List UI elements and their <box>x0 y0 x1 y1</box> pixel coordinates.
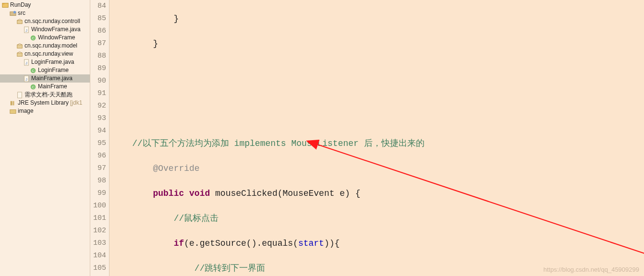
svg-rect-4 <box>17 20 23 24</box>
code-line[interactable]: //以下五个方法均为添加 implements MouseListener 后，… <box>109 137 644 150</box>
pkg-label: cn.sqc.runday.model <box>24 42 77 50</box>
package-icon <box>16 43 23 49</box>
svg-text:C: C <box>32 84 35 89</box>
file-label: WindowFrame.java <box>31 25 81 34</box>
svg-point-3 <box>13 11 16 13</box>
java-file-icon: J <box>23 26 30 33</box>
line-number: 92 <box>90 100 106 112</box>
library-icon <box>10 100 16 107</box>
line-number: 100 <box>90 200 106 212</box>
pkg-view[interactable]: cn.sqc.runday.view <box>0 50 90 58</box>
svg-text:J: J <box>25 77 27 81</box>
line-number: 102 <box>90 225 106 237</box>
java-file-icon: J <box>23 59 30 66</box>
svg-text:J: J <box>25 60 27 65</box>
line-number: 98 <box>90 175 106 187</box>
doc-label: 需求文档-天天酷跑 <box>24 91 73 99</box>
source-folder-icon <box>10 10 16 17</box>
code-line[interactable]: } <box>109 37 644 50</box>
src-label: src <box>18 9 25 17</box>
class-loginframe[interactable]: C LoginFrame <box>0 66 90 74</box>
code-editor[interactable]: } } //以下五个方法均为添加 implements MouseListene… <box>109 0 644 276</box>
code-line[interactable] <box>109 87 644 100</box>
line-number: 84 <box>90 0 106 12</box>
project-icon <box>2 2 9 9</box>
svg-rect-19 <box>18 92 22 97</box>
class-icon: C <box>30 35 36 41</box>
svg-text:J: J <box>25 28 27 32</box>
pkg-model[interactable]: cn.sqc.runday.model <box>0 42 90 50</box>
folder-label: image <box>18 107 34 115</box>
file-label: MainFrame.java <box>31 74 73 83</box>
class-icon: C <box>30 84 36 90</box>
code-line[interactable]: public void mouseClicked(MouseEvent e) { <box>109 187 644 200</box>
svg-text:C: C <box>32 36 35 40</box>
pkg-label: cn.sqc.runday.view <box>24 50 73 58</box>
line-number: 101 <box>90 212 106 225</box>
text-file-icon <box>16 92 23 98</box>
code-line[interactable]: } <box>109 12 644 25</box>
line-number: 94 <box>90 125 106 137</box>
pkg-label: cn.sqc.runday.controll <box>24 17 80 25</box>
line-number: 104 <box>90 250 106 262</box>
class-mainframe[interactable]: C MainFrame <box>0 83 90 91</box>
folder-icon <box>10 108 16 115</box>
code-line[interactable]: @Override <box>109 162 644 175</box>
class-windowframe[interactable]: C WindowFrame <box>0 34 90 42</box>
package-icon <box>16 51 23 58</box>
file-windowframe[interactable]: J WindowFrame.java <box>0 25 90 34</box>
svg-rect-10 <box>17 53 23 56</box>
line-number: 95 <box>90 137 106 150</box>
jre-label: JRE System Library <box>18 99 69 107</box>
class-icon: C <box>30 67 36 74</box>
svg-rect-9 <box>17 45 23 48</box>
line-number: 89 <box>90 62 106 75</box>
class-label: WindowFrame <box>38 34 75 42</box>
line-number: 97 <box>90 162 106 175</box>
package-explorer[interactable]: RunDay src cn.sqc.runday.controll J Wind… <box>0 0 90 276</box>
line-number: 90 <box>90 75 106 87</box>
code-line[interactable] <box>109 62 644 75</box>
line-number: 85 <box>90 12 106 25</box>
line-number: 96 <box>90 150 106 162</box>
package-icon <box>16 18 23 25</box>
line-number: 103 <box>90 237 106 250</box>
file-label: LoginFrame.java <box>31 58 74 66</box>
line-number: 86 <box>90 25 106 37</box>
project-label: RunDay <box>10 1 31 9</box>
jre-suffix: [jdk1 <box>70 99 82 107</box>
image-folder[interactable]: image <box>0 107 90 115</box>
file-mainframe[interactable]: J MainFrame.java <box>0 74 90 83</box>
code-line[interactable]: //鼠标点击 <box>109 212 644 225</box>
svg-rect-20 <box>11 101 12 105</box>
line-number-gutter: 84 85 86 87 88 89 90 91 92 93 94 95 96 9… <box>90 0 109 276</box>
line-number: 91 <box>90 87 106 100</box>
file-loginframe[interactable]: J LoginFrame.java <box>0 58 90 66</box>
watermark: https://blog.csdn.net/qq_45909299 <box>544 266 640 273</box>
java-file-icon: J <box>23 75 30 82</box>
line-number: 87 <box>90 37 106 50</box>
jre-library[interactable]: JRE System Library [jdk1 <box>0 99 90 107</box>
class-label: MainFrame <box>38 83 67 91</box>
class-label: LoginFrame <box>38 66 69 74</box>
line-number: 105 <box>90 262 106 275</box>
line-number: 99 <box>90 187 106 200</box>
line-number: 93 <box>90 112 106 125</box>
line-number: 88 <box>90 50 106 62</box>
req-doc[interactable]: 需求文档-天天酷跑 <box>0 91 90 99</box>
svg-rect-22 <box>10 109 16 113</box>
svg-rect-1 <box>2 3 4 4</box>
src-folder[interactable]: src <box>0 9 90 17</box>
svg-text:C: C <box>32 68 35 72</box>
svg-rect-21 <box>12 101 14 105</box>
pkg-controller[interactable]: cn.sqc.runday.controll <box>0 17 90 25</box>
project-node[interactable]: RunDay <box>0 1 90 9</box>
code-line[interactable] <box>109 112 644 125</box>
code-line[interactable]: if(e.getSource().equals(start)){ <box>109 237 644 250</box>
